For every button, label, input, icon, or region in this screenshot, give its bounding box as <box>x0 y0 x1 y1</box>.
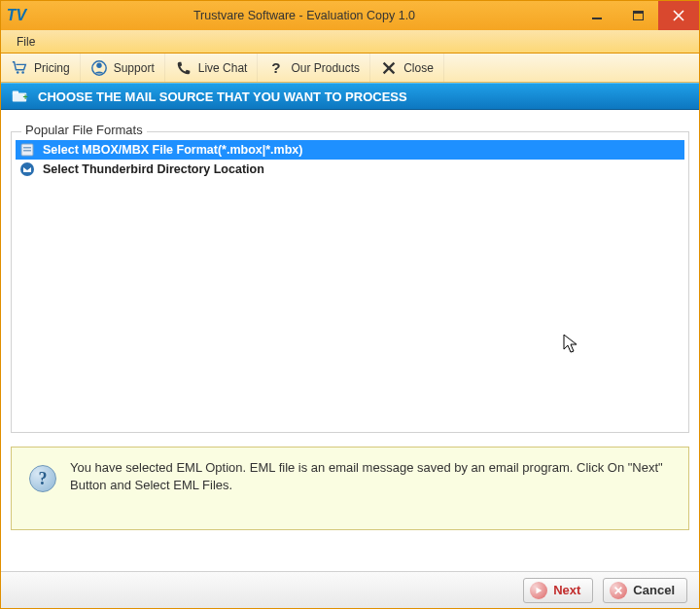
phone-icon <box>175 59 192 77</box>
cancel-button-label: Cancel <box>633 583 675 597</box>
menu-bar: File <box>1 30 699 54</box>
cancel-icon <box>610 582 627 599</box>
svg-point-6 <box>96 62 101 67</box>
cancel-button[interactable]: Cancel <box>603 578 687 603</box>
folder-add-icon: + <box>11 88 28 105</box>
svg-rect-14 <box>23 147 31 149</box>
toolbar-support[interactable]: Support <box>81 54 165 82</box>
info-question-icon: ? <box>29 465 56 492</box>
toolbar-livechat[interactable]: Live Chat <box>165 54 259 82</box>
toolbar-label: Pricing <box>34 61 70 75</box>
toolbar: Pricing Support Live Chat ? Our Products… <box>1 54 699 83</box>
svg-text:?: ? <box>272 59 281 76</box>
section-header: + CHOOSE THE MAIL SOURCE THAT YOU WANT T… <box>1 83 699 110</box>
window-controls <box>577 1 699 30</box>
format-option-label: Select Thunderbird Directory Location <box>43 162 264 176</box>
thunderbird-icon <box>19 161 35 177</box>
toolbar-products[interactable]: ? Our Products <box>258 54 370 82</box>
svg-point-16 <box>20 162 34 176</box>
svg-marker-17 <box>537 587 542 593</box>
maximize-button[interactable] <box>617 1 658 30</box>
toolbar-label: Live Chat <box>198 61 248 75</box>
play-icon <box>530 582 547 599</box>
file-icon <box>19 142 35 158</box>
toolbar-label: Our Products <box>291 61 360 75</box>
app-window: TV Trustvare Software - Evaluation Copy … <box>0 0 700 609</box>
footer-bar: Next Cancel <box>1 571 699 608</box>
next-button[interactable]: Next <box>523 578 593 603</box>
svg-point-3 <box>17 71 19 74</box>
toolbar-label: Close <box>403 61 434 75</box>
close-window-button[interactable] <box>658 1 699 30</box>
format-option-label: Select MBOX/MBX File Format(*.mbox|*.mbx… <box>43 143 302 157</box>
hint-panel: ? You have selected EML Option. EML file… <box>11 447 689 530</box>
toolbar-pricing[interactable]: Pricing <box>1 54 81 82</box>
svg-text:+: + <box>23 92 28 102</box>
format-option-mbox[interactable]: Select MBOX/MBX File Format(*.mbox|*.mbx… <box>16 140 684 160</box>
formats-list: Select MBOX/MBX File Format(*.mbox|*.mbx… <box>12 132 688 183</box>
svg-rect-15 <box>23 150 31 152</box>
section-title: CHOOSE THE MAIL SOURCE THAT YOU WANT TO … <box>38 90 407 104</box>
formats-legend: Popular File Formats <box>21 123 147 137</box>
format-option-thunderbird[interactable]: Select Thunderbird Directory Location <box>16 160 684 179</box>
hint-text: You have selected EML Option. EML file i… <box>70 459 671 493</box>
title-bar: TV Trustvare Software - Evaluation Copy … <box>1 1 699 30</box>
toolbar-label: Support <box>114 61 155 75</box>
svg-rect-11 <box>13 91 18 94</box>
toolbar-close[interactable]: Close <box>370 54 444 82</box>
svg-point-4 <box>21 71 24 74</box>
next-button-label: Next <box>553 583 580 597</box>
support-icon <box>90 59 108 77</box>
window-title: Trustvare Software - Evaluation Copy 1.0 <box>32 9 577 22</box>
close-icon <box>380 59 398 77</box>
cart-icon <box>11 59 28 77</box>
content-area: Popular File Formats Select MBOX/MBX Fil… <box>1 110 699 571</box>
question-icon: ? <box>267 59 285 77</box>
app-logo: TV <box>1 7 32 24</box>
menu-file[interactable]: File <box>7 33 45 51</box>
formats-group: Popular File Formats Select MBOX/MBX Fil… <box>11 131 689 433</box>
minimize-button[interactable] <box>577 1 617 30</box>
